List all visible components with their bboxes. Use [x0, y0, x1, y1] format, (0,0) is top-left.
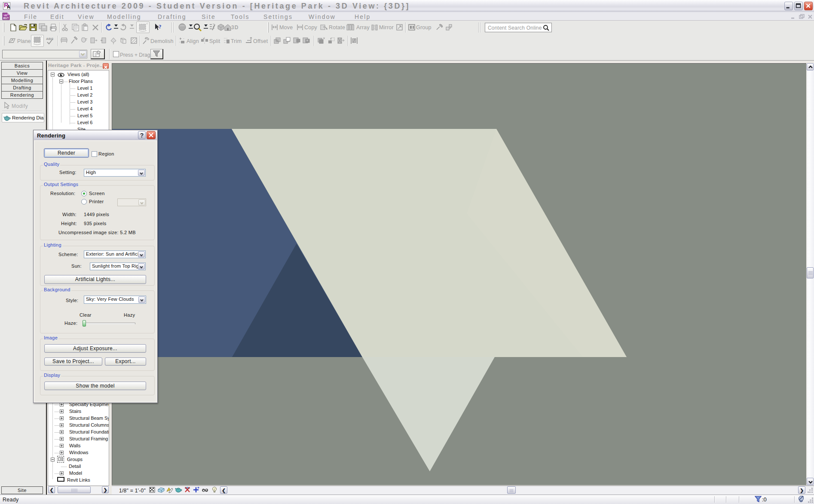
svg-text:3D: 3D: [231, 24, 239, 31]
svg-text:RVT: RVT: [3, 17, 9, 20]
svg-text:?: ?: [159, 23, 162, 30]
